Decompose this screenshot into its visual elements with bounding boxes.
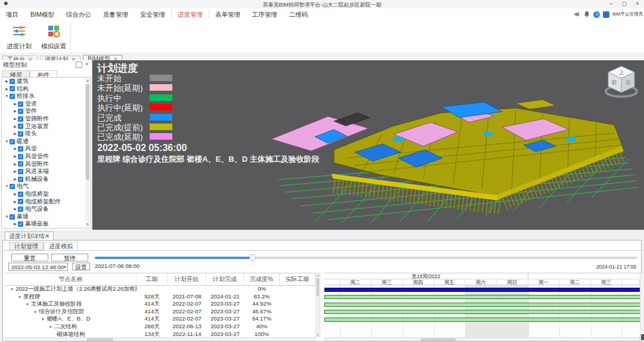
tree-item[interactable]: ▶✓管路附件 [2,115,91,123]
menu-item-1[interactable]: BIM模型 [24,9,60,19]
3d-viewport[interactable]: 计划进度 未开始未开始(延期)执行中执行中(延期)已完成已完成(提前)已完成(延… [92,60,644,230]
tree-checkbox[interactable]: ✓ [18,131,23,137]
avatar[interactable] [603,11,609,18]
tree-expander-icon[interactable]: ▶ [13,123,18,131]
row-expander-icon[interactable]: ▼ [18,295,21,299]
tree-item[interactable]: ▼✓电气 [2,183,91,190]
tree-expander-icon[interactable]: ▶ [13,168,18,175]
tree-expander-icon[interactable]: ▶ [13,190,18,198]
menu-item-7[interactable]: 工序管理 [246,9,283,19]
row-expander-icon[interactable]: ▼ [33,310,37,314]
tree-checkbox[interactable]: ✓ [18,124,23,129]
gantt-vscrollbar[interactable] [640,273,644,341]
tree-checkbox[interactable]: ✓ [18,192,23,197]
tree-item[interactable]: ▶✓电气设备 [2,205,91,213]
table-row[interactable]: ▼2022一级施工计划上墙（2.26调整试用2.26加前期）0% [5,285,315,293]
pause-button[interactable]: 暂停 [51,254,88,261]
tree-item[interactable]: ▶✓喷头 [2,130,91,138]
table-vscrollbar[interactable]: ▲ ▼ [315,273,320,337]
menu-item-2[interactable]: 综合办公 [60,9,97,19]
tree-checkbox[interactable]: ✓ [10,86,15,91]
table-hscrollbar[interactable] [5,337,315,341]
reset-button[interactable]: 重置 [11,254,48,261]
tree-checkbox[interactable]: ✓ [18,146,23,152]
tree-item[interactable]: ▶✓结构 [2,85,91,93]
user-name[interactable]: BIM平台管理员 [612,11,643,17]
menu-item-0[interactable]: 项目 [0,9,24,19]
tree-expander-icon[interactable]: ▼ [4,213,10,221]
row-expander-icon[interactable]: ▼ [26,303,29,306]
table-row[interactable]: ▼二次结构288天2022-06-132023-03-2740% [5,323,315,331]
tree-expander-icon[interactable]: ▶ [13,130,18,138]
menu-item-6[interactable]: 表单管理 [209,9,246,19]
menu-item-3[interactable]: 质量管理 [97,9,134,19]
minimize-button[interactable]: ─ [605,0,618,8]
tree-checkbox[interactable]: ✓ [18,199,23,204]
float-panel-icon[interactable] [76,61,82,68]
tree-scrollbar[interactable]: ▲ ▼ [85,78,90,227]
menu-item-5[interactable]: 进度管理 [171,9,209,19]
bell-icon[interactable] [583,11,590,18]
row-expander-icon[interactable]: ▼ [49,325,52,329]
tree-expander-icon[interactable]: ▶ [13,198,18,206]
tree-item[interactable]: ▶✓风管 [2,145,91,153]
tree-item[interactable]: ▼✓给排水 [2,93,91,100]
tree-item[interactable]: ▶✓卫浴装置 [2,123,91,131]
tree-checkbox[interactable]: ✓ [18,154,23,159]
tree-checkbox[interactable]: ✓ [10,94,15,99]
tree-checkbox[interactable]: ✓ [18,109,23,114]
row-expander-icon[interactable]: ▼ [41,318,45,321]
tree-checkbox[interactable]: ✓ [18,101,23,107]
tree-expander-icon[interactable]: ▶ [13,175,18,183]
tree-expander-icon[interactable]: ▶ [13,145,18,153]
detail-tab[interactable]: 进度计划详情✕ [5,232,54,240]
close-panel-icon[interactable]: ✕ [84,61,89,67]
tree-expander-icon[interactable]: ▶ [13,153,18,161]
detail-subtab-0[interactable]: 计划管理 [9,242,44,250]
tree-expander-icon[interactable]: ▶ [13,100,18,108]
help-icon[interactable]: ? [593,11,600,18]
tree-checkbox[interactable]: ✓ [18,116,23,122]
menu-item-4[interactable]: 安全管理 [134,9,171,19]
tree-expander-icon[interactable]: ▼ [4,138,10,146]
simulation-settings-button[interactable]: 模拟设置 [37,23,70,50]
tree-checkbox[interactable]: ✓ [10,139,15,144]
table-row[interactable]: ▼主体施工及验收阶段414天2022-02-072023-03-2744.92% [5,300,315,308]
tree-item[interactable]: ▶✓风道末端 [2,168,91,175]
tree-expander-icon[interactable]: ▶ [4,78,10,85]
tree-item[interactable]: ▶✓风管管件 [2,153,91,161]
slider-thumb[interactable] [249,254,256,261]
tree-item[interactable]: ▶✓管道 [2,100,91,108]
datetime-picker[interactable]: 2022-05-02 12:48:00▾ [8,263,68,271]
chevron-down-icon[interactable]: ▾ [64,263,66,272]
tree-item[interactable]: ▶✓机械设备 [2,175,91,183]
simulation-slider[interactable] [95,257,637,259]
tree-item[interactable]: ▶✓电缆桥架配件 [2,198,91,206]
tree-item[interactable]: ▼✓暖通 [2,138,91,146]
tree-checkbox[interactable]: ✓ [18,169,23,174]
gantt-hscrollbar[interactable] [324,337,640,341]
tree-expander-icon[interactable]: ▼ [4,93,10,100]
tree-checkbox[interactable]: ✓ [18,221,23,227]
tree-checkbox[interactable]: ✓ [10,214,15,220]
tree-checkbox[interactable]: ✓ [18,177,23,182]
tree-item[interactable]: ▶✓电缆桥架 [2,190,91,198]
table-row[interactable]: ▼综合诊疗及住院部414天2022-02-072023-03-2746.67% [5,308,315,316]
settings-button[interactable]: 设置 [72,263,90,270]
tree-item[interactable]: ▶✓幕墙嵌板 [2,220,91,228]
tree-checkbox[interactable]: ✓ [18,207,23,212]
tree-expander-icon[interactable]: ▼ [4,183,10,190]
detail-subtab-1[interactable]: 进度模拟 [44,242,78,250]
bim-model-3d[interactable] [244,79,644,229]
tree-expander-icon[interactable]: ▶ [4,85,10,93]
maximize-button[interactable]: ▢ [618,0,631,8]
tree-item[interactable]: ▶✓建筑 [2,78,91,85]
tree-expander-icon[interactable]: ▶ [13,107,18,115]
tree-expander-icon[interactable]: ▶ [13,161,18,168]
menu-item-8[interactable]: 二维码 [283,9,314,19]
tree-item[interactable]: ▶✓管件 [2,107,91,115]
tree-checkbox[interactable]: ✓ [10,79,15,84]
table-row[interactable]: ▼裙楼A、E、B、D414天2022-02-072023-03-2764.17% [5,315,315,323]
tree-checkbox[interactable]: ✓ [10,184,15,189]
row-expander-icon[interactable]: ▼ [10,288,14,291]
